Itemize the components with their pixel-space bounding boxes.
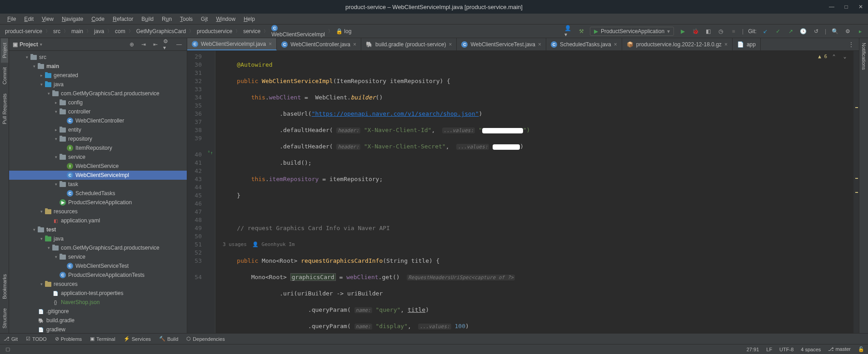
indent-setting[interactable]: 4 spaces <box>801 347 821 352</box>
toolwindow-build[interactable]: 🔨 Build <box>159 336 178 342</box>
panel-settings-icon[interactable]: ⚙ ▾ <box>163 40 171 49</box>
close-icon[interactable]: × <box>614 41 617 48</box>
gutter-marks[interactable]: ᴼ↑ <box>205 51 215 333</box>
tree-package-config[interactable]: ▸config <box>9 98 187 107</box>
inspection-up-icon[interactable]: ⌃ <box>830 53 838 61</box>
tree-package-entity[interactable]: ▸entity <box>9 125 187 134</box>
select-opened-file-icon[interactable]: ⊕ <box>128 40 136 49</box>
close-icon[interactable]: × <box>538 41 541 48</box>
override-indicator-icon[interactable]: ᴼ↑ <box>207 149 213 157</box>
editor-tab[interactable]: CWebClientController.java× <box>277 38 361 50</box>
warnings-indicator[interactable]: ▲ 6 <box>818 53 827 61</box>
menu-tools[interactable]: Tools <box>176 15 196 23</box>
git-update-icon[interactable]: ↙ <box>761 27 769 35</box>
tree-file-properties[interactable]: 📄application-test.properties <box>9 289 187 298</box>
tree-class[interactable]: CScheduledTasks <box>9 189 187 198</box>
tree-folder-resources-test[interactable]: ▾resources <box>9 280 187 289</box>
menu-run[interactable]: Run <box>158 15 175 23</box>
search-everywhere-icon[interactable]: 🔍 <box>831 27 839 35</box>
tree-package-service[interactable]: ▾service <box>9 152 187 162</box>
crumb[interactable]: com <box>114 27 127 35</box>
code-with-me-icon[interactable]: ▸ <box>856 27 864 35</box>
toolwindow-bookmarks[interactable]: Bookmarks <box>1 270 8 304</box>
menu-build[interactable]: Build <box>138 15 157 23</box>
hide-panel-icon[interactable]: — <box>175 40 183 49</box>
toolwindow-pull-requests[interactable]: Pull Requests <box>1 89 8 129</box>
editor-tab[interactable]: 📄app <box>733 38 761 50</box>
toolwindow-problems[interactable]: ⊘ Problems <box>55 336 82 342</box>
crumb[interactable]: C WebClientServiceImpl <box>270 24 326 39</box>
file-encoding[interactable]: UTF-8 <box>779 347 793 352</box>
tree-folder-java[interactable]: ▾java <box>9 80 187 89</box>
debug-button[interactable]: 🐞 <box>691 27 699 35</box>
toolwindow-git[interactable]: ⎇ Git <box>4 336 18 342</box>
menu-refactor[interactable]: Refactor <box>109 15 137 23</box>
stop-button[interactable]: ■ <box>729 27 738 35</box>
git-commit-icon[interactable]: ✓ <box>774 27 782 35</box>
editor-tab[interactable]: CWebClientServiceTest.java× <box>457 38 546 50</box>
menu-navigate[interactable]: Navigate <box>58 15 87 23</box>
tree-file-gradlew[interactable]: 📄gradlew <box>9 325 187 333</box>
code-editor[interactable]: ▲ 6 ⌃ ⌄ 29303132333435363738394041424344… <box>187 51 859 333</box>
tree-file-gradle[interactable]: 🐘build.gradle <box>9 316 187 325</box>
tree-folder-java-test[interactable]: ▾java <box>9 234 187 243</box>
close-icon[interactable]: × <box>353 41 356 48</box>
crumb[interactable]: main <box>70 27 85 35</box>
toolwindow-notifications[interactable]: Notifications <box>860 38 868 74</box>
git-push-icon[interactable]: ↗ <box>787 27 795 35</box>
tree-class-selected[interactable]: CWebClientServiceImpl <box>9 171 187 180</box>
crumb[interactable]: GetMyGraphicsCard <box>135 27 187 35</box>
crumb[interactable]: java <box>93 27 105 35</box>
menu-window[interactable]: Window <box>212 15 239 23</box>
crumb[interactable]: product-service <box>4 27 44 35</box>
toolwindow-commit[interactable]: Commit <box>1 63 8 89</box>
crumb[interactable]: service <box>242 27 262 35</box>
project-tree[interactable]: ▾src ▾main ▸generated ▾java ▾com.GetMyGr… <box>9 51 187 333</box>
tree-folder-main[interactable]: ▾main <box>9 62 187 71</box>
tree-package[interactable]: ▾com.GetMyGraphicsCard.productservice <box>9 89 187 98</box>
toolwindow-terminal[interactable]: ▣ Terminal <box>90 336 115 342</box>
tree-file-json[interactable]: {}NaverShop.json <box>9 298 187 307</box>
editor-tab-active[interactable]: CWebClientServiceImpl.java× <box>187 38 277 50</box>
close-icon[interactable]: × <box>449 41 452 48</box>
tree-class[interactable]: CWebClientServiceTest <box>9 261 187 270</box>
window-minimize-button[interactable]: — <box>828 4 835 10</box>
tree-class[interactable]: CWebClientController <box>9 116 187 125</box>
tree-package-repository[interactable]: ▾repository <box>9 134 187 143</box>
crumb[interactable]: 🔒 log <box>334 27 353 35</box>
inspection-down-icon[interactable]: ⌄ <box>841 53 849 61</box>
run-button[interactable]: ▶ <box>678 27 687 35</box>
project-panel-title[interactable]: ▣ Project ▾ <box>13 41 128 48</box>
menu-help[interactable]: Help <box>240 15 259 23</box>
caret-position[interactable]: 27:91 <box>747 347 759 352</box>
tabs-dropdown-icon[interactable]: ⋮ <box>847 40 855 49</box>
tree-interface[interactable]: IWebClientService <box>9 162 187 171</box>
profile-button[interactable]: ◷ <box>717 27 725 35</box>
line-separator[interactable]: LF <box>766 347 772 352</box>
toolwindow-todo[interactable]: ☑ TODO <box>26 336 47 342</box>
toolwindow-project[interactable]: Project <box>1 38 8 63</box>
ide-settings-icon[interactable]: ⚙ <box>843 27 852 35</box>
crumb[interactable]: productservice <box>195 27 234 35</box>
tree-package[interactable]: ▾com.GetMyGraphicsCard.productservice <box>9 243 187 252</box>
run-configuration-selector[interactable]: ▶ ProductServiceApplication ▾ <box>590 27 674 36</box>
editor-tab[interactable]: 🐘build.gradle (product-service)× <box>361 38 457 50</box>
tree-folder-resources[interactable]: ▾resources <box>9 207 187 216</box>
tree-folder-src[interactable]: ▾src <box>9 53 187 62</box>
editor-error-stripe[interactable] <box>853 51 859 333</box>
close-icon[interactable]: × <box>269 41 272 47</box>
expand-all-icon[interactable]: ⇥ <box>140 40 148 49</box>
toolwindow-structure[interactable]: Structure <box>1 304 8 333</box>
tree-package-task[interactable]: ▾task <box>9 180 187 189</box>
tree-package-service-test[interactable]: ▾service <box>9 252 187 261</box>
user-icon[interactable]: 👤▾ <box>564 27 573 35</box>
menu-file[interactable]: File <box>4 15 20 23</box>
toolwindow-dependencies[interactable]: ⬡ Dependencies <box>186 336 224 342</box>
menu-code[interactable]: Code <box>88 15 108 23</box>
tree-class[interactable]: CProductServiceApplicationTests <box>9 270 187 280</box>
build-hammer-icon[interactable]: ⚒ <box>577 27 585 35</box>
tree-folder-generated[interactable]: ▸generated <box>9 71 187 80</box>
close-icon[interactable]: × <box>724 41 728 48</box>
collapse-all-icon[interactable]: ⇤ <box>151 40 160 49</box>
window-maximize-button[interactable]: □ <box>843 4 850 10</box>
